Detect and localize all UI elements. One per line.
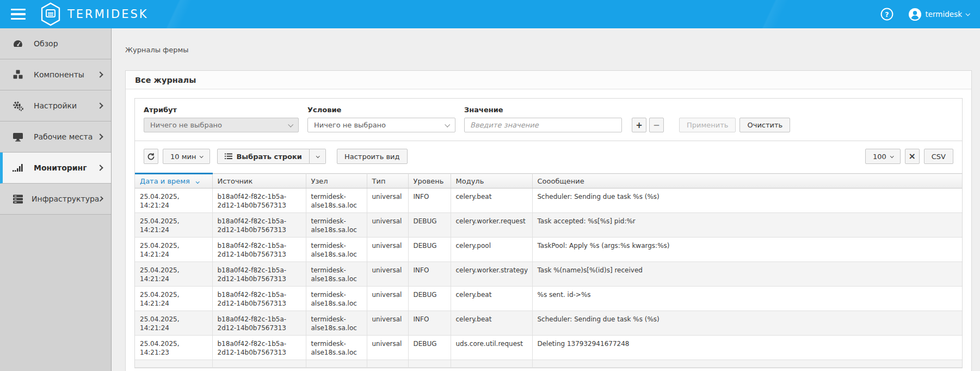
cell-node: termidesk-alse18s.sa.loc [306,238,367,262]
log-table-body: 25.04.2025, 14:21:24 b18a0f42-f82c-1b5a-… [135,188,962,368]
cell-datetime: 25.04.2025, 14:21:24 [135,287,212,311]
sidebar-item-label: Компоненты [34,70,84,79]
value-input[interactable] [464,118,622,132]
cell-source: b18a0f42-f82c-1b5a-2d12-14b0b7567313 [212,213,306,238]
cell-level: INFO [408,311,451,336]
dashboard-icon [13,39,26,48]
sidebar-item-label: Рабочие места [34,132,93,141]
brand-logo[interactable]: TERMIDESK [40,2,149,26]
cell-type [367,360,408,368]
cell-type: universal [367,262,408,287]
table-row: 25.04.2025, 14:21:23 b18a0f42-f82c-1b5a-… [135,336,962,360]
sidebar-item-overview[interactable]: Обзор [0,28,111,59]
sidebar-item-label: Обзор [34,39,58,48]
cell-node: termidesk-alse18s.sa.loc [306,336,367,360]
cell-level: DEBUG [408,336,451,360]
page-size-dropdown[interactable]: 100 [865,149,901,164]
configure-view-button[interactable]: Настроить вид [337,149,408,164]
cell-type: universal [367,238,408,262]
cell-node: termidesk-alse18s.sa.loc [306,287,367,311]
sidebar-item-label: Настройки [34,101,77,110]
chevron-right-icon [97,71,103,77]
cell-datetime [135,360,212,368]
cell-source: b18a0f42-f82c-1b5a-2d12-14b0b7567313 [212,287,306,311]
help-icon[interactable]: ? [880,8,893,21]
column-header-node[interactable]: Узел [306,174,367,188]
select-rows-caret-button[interactable] [310,149,326,164]
cell-datetime: 25.04.2025, 14:21:24 [135,213,212,238]
cell-node [306,360,367,368]
sidebar-item-monitoring[interactable]: Мониторинг [0,153,111,184]
user-menu[interactable]: termidesk [909,8,969,21]
cell-module: celery.beat [451,287,532,311]
logs-card: Все журналы Атрибут Ничего не выбрано [125,70,972,371]
clear-page-size-button[interactable]: × [905,149,920,164]
cell-datetime: 25.04.2025, 14:21:24 [135,238,212,262]
chevron-down-icon [445,122,450,127]
sidebar-item-settings[interactable]: Настройки [0,90,111,121]
cell-source [212,360,306,368]
cell-type: universal [367,336,408,360]
cell-type: universal [367,311,408,336]
csv-button[interactable]: CSV [924,149,953,164]
top-bar: TERMIDESK ? termidesk [0,0,980,28]
cell-level: DEBUG [408,287,451,311]
condition-label: Условие [307,106,455,114]
chevron-down-icon [965,11,970,16]
avatar-icon [909,8,921,21]
column-header-module[interactable]: Модуль [451,174,532,188]
cell-message: Scheduler: Sending due task %s (%s) [532,188,962,213]
sidebar-item-label: Инфраструктура [32,194,99,203]
cell-source: b18a0f42-f82c-1b5a-2d12-14b0b7567313 [212,238,306,262]
clear-button[interactable]: Очистить [739,118,790,132]
card-title: Все журналы [126,71,971,89]
cell-datetime: 25.04.2025, 14:21:24 [135,262,212,287]
workplaces-icon [13,132,26,142]
remove-filter-button[interactable]: − [649,118,664,132]
select-rows-button[interactable]: Выбрать строки [217,149,310,164]
hamburger-icon[interactable] [11,9,26,20]
cell-source: b18a0f42-f82c-1b5a-2d12-14b0b7567313 [212,188,306,213]
breadcrumb: Журналы фермы [125,46,972,54]
condition-select[interactable]: Ничего не выбрано [307,118,455,132]
add-filter-button[interactable]: + [632,118,646,132]
cell-datetime: 25.04.2025, 14:21:23 [135,336,212,360]
sidebar-item-workplaces[interactable]: Рабочие места [0,121,111,153]
cell-module: celery.pool [451,238,532,262]
cell-node: termidesk-alse18s.sa.loc [306,311,367,336]
interval-dropdown[interactable]: 10 мин [163,149,210,164]
value-label: Значение [464,106,622,114]
cell-source: b18a0f42-f82c-1b5a-2d12-14b0b7567313 [212,311,306,336]
apply-button[interactable]: Применить [679,118,736,132]
cell-level: DEBUG [408,213,451,238]
table-row [135,360,962,368]
logs-panel: Атрибут Ничего не выбрано Условие Ничего… [134,98,963,368]
column-header-datetime[interactable]: Дата и время [135,174,212,188]
components-icon [13,70,26,80]
chevron-down-icon [890,154,893,158]
cell-type: universal [367,213,408,238]
brand-logo-icon [40,2,61,26]
table-row: 25.04.2025, 14:21:24 b18a0f42-f82c-1b5a-… [135,188,962,213]
cell-message: %s sent. id->%s [532,287,962,311]
infrastructure-icon [13,194,23,204]
list-icon [225,153,232,160]
table-row: 25.04.2025, 14:21:24 b18a0f42-f82c-1b5a-… [135,287,962,311]
cell-type: universal [367,188,408,213]
cell-level: INFO [408,188,451,213]
chevron-down-icon [288,122,293,127]
sidebar-item-components[interactable]: Компоненты [0,59,111,90]
column-header-source[interactable]: Источник [212,174,306,188]
cell-message [532,360,962,368]
attribute-select[interactable]: Ничего не выбрано [144,118,299,132]
filter-row: Атрибут Ничего не выбрано Условие Ничего… [135,99,962,141]
column-header-message[interactable]: Соообщение [532,174,962,188]
column-header-type[interactable]: Тип [367,174,408,188]
table-row: 25.04.2025, 14:21:24 b18a0f42-f82c-1b5a-… [135,238,962,262]
cell-datetime: 25.04.2025, 14:21:24 [135,188,212,213]
sidebar-item-infrastructure[interactable]: Инфраструктура [0,184,111,215]
column-header-level[interactable]: Уровень [408,174,451,188]
cell-message: Task %(name)s[%(id)s] received [532,262,962,287]
refresh-button[interactable] [144,149,158,164]
cell-level: INFO [408,262,451,287]
